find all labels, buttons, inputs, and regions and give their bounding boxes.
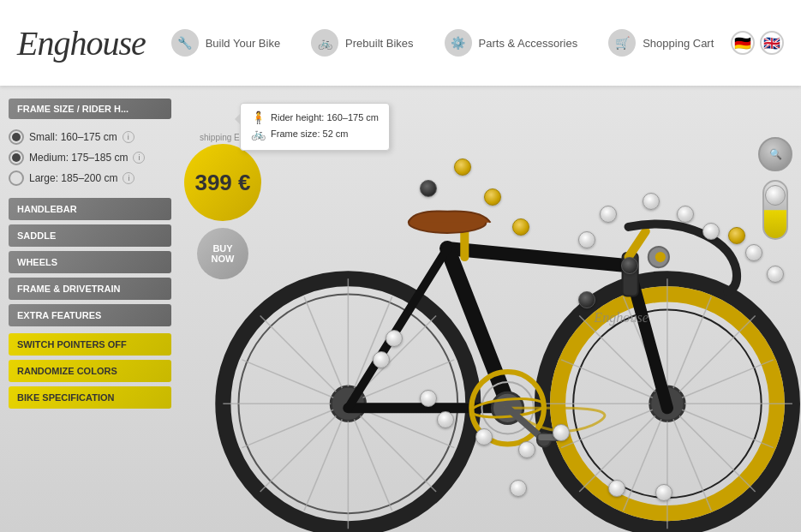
randomize-colors-button[interactable]: RANDOMIZE COLORS bbox=[9, 360, 171, 382]
build-icon: 🔧 bbox=[171, 29, 199, 57]
hotspot-seatpost[interactable] bbox=[454, 158, 471, 176]
magnify-control[interactable]: 🔍 bbox=[758, 137, 792, 171]
frame-drivetrain-button[interactable]: FRAME & DRIVETRAIN bbox=[9, 278, 171, 300]
price-amount: 399 € bbox=[194, 171, 250, 194]
hotspot-chainring[interactable] bbox=[437, 411, 454, 428]
bike-icon: 🚲 bbox=[251, 127, 266, 140]
svg-line-31 bbox=[561, 360, 653, 398]
hotspot-saddle[interactable] bbox=[420, 180, 437, 197]
hotspot-handlebar1[interactable] bbox=[643, 193, 660, 210]
radio-large-fill bbox=[12, 174, 21, 182]
size-large[interactable]: Large: 185–200 cm i bbox=[9, 170, 171, 186]
bike-area: 🧍 Rider height: 160–175 cm 🚲 Frame size:… bbox=[180, 86, 801, 532]
price-circle: 399 € bbox=[184, 144, 261, 221]
hotspot-handlebar2[interactable] bbox=[677, 206, 694, 223]
svg-line-16 bbox=[242, 409, 334, 447]
main-content: FRAME SIZE / RIDER H... Small: 160–175 c… bbox=[0, 86, 801, 532]
bike-specification-button[interactable]: BIKE SPECIFICATION bbox=[9, 386, 171, 409]
hotspot-chainstay[interactable] bbox=[373, 351, 390, 368]
header: Enghouse 🔧 Build Your Bike 🚲 Prebuilt Bi… bbox=[0, 0, 801, 86]
radio-large[interactable] bbox=[9, 170, 24, 186]
nav-build[interactable]: 🔧 Build Your Bike bbox=[156, 22, 296, 63]
svg-line-32 bbox=[682, 409, 774, 447]
hotspot-chain[interactable] bbox=[475, 428, 493, 445]
handlebar-button[interactable]: HANDLEBAR bbox=[9, 198, 171, 220]
radio-medium-fill bbox=[12, 153, 21, 162]
svg-line-7 bbox=[260, 316, 337, 392]
switch-pointers-button[interactable]: SWITCH POINTERS OFF bbox=[9, 333, 171, 356]
hotspot-pedal[interactable] bbox=[518, 441, 535, 458]
hotspot-stem[interactable] bbox=[600, 206, 617, 223]
nav-cart[interactable]: 🛒 Shopping Cart bbox=[593, 22, 729, 63]
info-small[interactable]: i bbox=[123, 131, 134, 143]
buy-now-button[interactable]: BUYNOW bbox=[197, 228, 248, 279]
toggle-knob bbox=[765, 185, 786, 206]
nav-parts[interactable]: ⚙️ Parts & Accessories bbox=[429, 22, 594, 63]
hotspot-rear-wheel[interactable] bbox=[510, 480, 527, 497]
info-large[interactable]: i bbox=[123, 172, 134, 184]
hotspot-front-hub[interactable] bbox=[655, 484, 672, 501]
hotspot-handlebar-end[interactable] bbox=[728, 227, 745, 244]
svg-line-18 bbox=[304, 296, 342, 388]
hotspot-seattube[interactable] bbox=[578, 291, 595, 308]
svg-line-28 bbox=[679, 415, 756, 492]
svg-point-58 bbox=[655, 252, 666, 262]
hotspot-fork-top[interactable] bbox=[745, 244, 762, 261]
svg-line-55 bbox=[629, 231, 646, 257]
prebuilt-icon: 🚲 bbox=[311, 29, 338, 57]
frame-size-button[interactable]: FRAME SIZE / RIDER H... bbox=[9, 99, 171, 119]
svg-line-8 bbox=[360, 415, 436, 492]
parts-icon: ⚙️ bbox=[445, 29, 472, 57]
radio-small[interactable] bbox=[9, 129, 24, 145]
hotspot-rear-axle[interactable] bbox=[553, 424, 570, 441]
hotspot-fork-mid[interactable] bbox=[767, 266, 784, 283]
svg-line-35 bbox=[682, 360, 774, 398]
svg-line-11 bbox=[242, 360, 334, 398]
svg-line-17 bbox=[354, 419, 392, 511]
wheels-button[interactable]: WHEELS bbox=[9, 251, 171, 273]
hotspot-downtube-top[interactable] bbox=[621, 257, 638, 274]
svg-line-10 bbox=[260, 415, 337, 492]
size-medium[interactable]: Medium: 175–185 cm i bbox=[9, 150, 171, 165]
hotspot-top-tube[interactable] bbox=[512, 218, 529, 236]
tooltip: 🧍 Rider height: 160–175 cm 🚲 Frame size:… bbox=[240, 103, 390, 151]
flag-gb[interactable]: 🇬🇧 bbox=[760, 31, 784, 55]
sidebar: FRAME SIZE / RIDER H... Small: 160–175 c… bbox=[0, 86, 180, 532]
svg-line-36 bbox=[561, 409, 653, 447]
extra-features-button[interactable]: EXTRA FEATURES bbox=[9, 304, 171, 326]
nav: 🔧 Build Your Bike 🚲 Prebuilt Bikes ⚙️ Pa… bbox=[154, 22, 731, 63]
radio-medium[interactable] bbox=[9, 150, 24, 165]
language-selector: 🇩🇪 🇬🇧 bbox=[731, 31, 784, 55]
info-medium[interactable]: i bbox=[133, 152, 145, 164]
price-section: shipping EU 399 € BUYNOW bbox=[184, 133, 261, 279]
saddle-button[interactable]: SADDLE bbox=[9, 224, 171, 247]
size-small[interactable]: Small: 160–175 cm i bbox=[9, 129, 171, 145]
toggle-control[interactable] bbox=[762, 180, 788, 240]
tooltip-row-frame: 🚲 Frame size: 52 cm bbox=[251, 127, 379, 140]
hotspot-front-axle[interactable] bbox=[608, 480, 625, 497]
tooltip-row-height: 🧍 Rider height: 160–175 cm bbox=[251, 111, 379, 124]
person-icon: 🧍 bbox=[251, 111, 266, 124]
hotspot-rear-dropout[interactable] bbox=[386, 330, 403, 347]
svg-line-29 bbox=[679, 316, 756, 392]
svg-line-14 bbox=[304, 419, 342, 511]
hotspot-brake[interactable] bbox=[702, 223, 720, 240]
hotspot-headtube[interactable] bbox=[578, 231, 595, 248]
hotspot-saddle-front[interactable] bbox=[484, 188, 501, 206]
bike-illustration: Enghouse bbox=[180, 86, 801, 532]
svg-line-39 bbox=[447, 248, 628, 266]
svg-text:Enghouse: Enghouse bbox=[593, 310, 649, 326]
cart-icon: 🛒 bbox=[608, 29, 636, 57]
logo: Enghouse bbox=[17, 23, 154, 63]
radio-small-fill bbox=[12, 133, 21, 141]
right-controls: 🔍 bbox=[758, 137, 792, 240]
nav-prebuilt[interactable]: 🚲 Prebuilt Bikes bbox=[296, 22, 428, 63]
size-options: Small: 160–175 cm i Medium: 175–185 cm i… bbox=[9, 129, 171, 186]
flag-de[interactable]: 🇩🇪 bbox=[731, 31, 755, 55]
hotspot-bb[interactable] bbox=[420, 390, 437, 407]
